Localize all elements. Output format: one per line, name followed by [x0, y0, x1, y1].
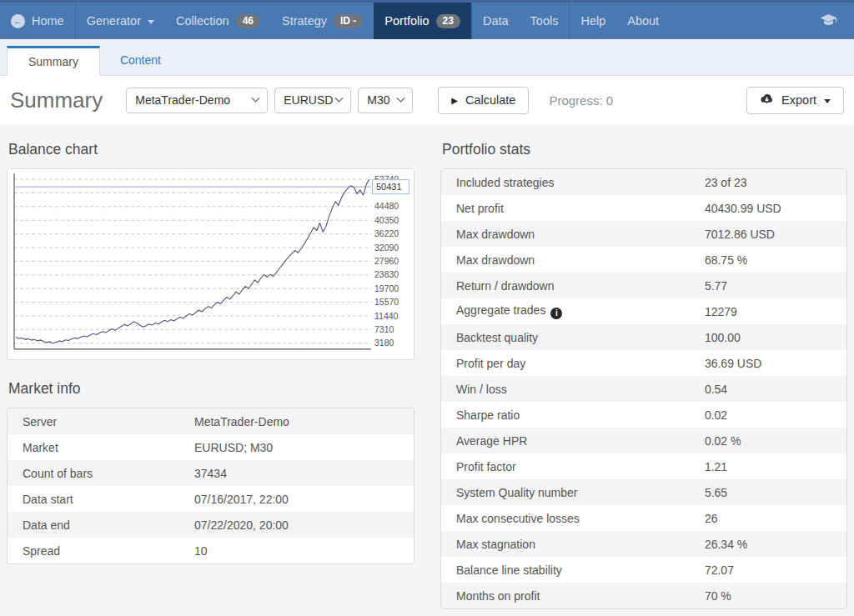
svg-text:15570: 15570 [374, 297, 399, 307]
table-row: Average HPR0.02 % [441, 428, 846, 453]
table-row: ServerMetaTrader-Demo [8, 408, 414, 434]
table-row: System Quality number5.65 [441, 479, 846, 505]
row-label: Data end [8, 512, 194, 538]
nav-item-label: Home [32, 14, 64, 28]
back-circle-icon: ← [11, 14, 25, 28]
svg-text:44480: 44480 [374, 201, 399, 211]
nav-item-help[interactable]: Help [570, 3, 616, 39]
row-value: 0.02 % [705, 428, 846, 453]
row-label: Max consecutive losses [441, 505, 705, 531]
caret-down-icon [824, 99, 831, 103]
nav-item-collection[interactable]: Collection46 [165, 3, 271, 39]
row-value: 72.07 [705, 557, 846, 583]
navbar-right [820, 3, 854, 39]
calculate-button[interactable]: ▶ Calculate [438, 87, 529, 114]
market-info-title: Market info [8, 380, 414, 398]
row-value: 07/16/2017, 22:00 [194, 486, 414, 512]
table-row: Spread10 [8, 538, 414, 563]
row-label: Average HPR [441, 428, 705, 453]
nav-item-label: Collection [176, 14, 229, 28]
row-value: 07/22/2020, 20:00 [194, 512, 414, 538]
table-row: Profit factor1.21 [441, 453, 846, 479]
table-row: Balance line stability72.07 [441, 557, 846, 583]
row-label: Net profit [441, 195, 705, 221]
row-label: Spread [8, 538, 194, 563]
balance-chart: 5274044480403503622032090279602383019700… [7, 168, 414, 360]
nav-badge: 23 [436, 14, 460, 28]
symbol-select-value: EURUSD [284, 93, 333, 107]
row-label: Balance line stability [441, 557, 705, 583]
row-value: 37434 [194, 460, 414, 486]
calculate-button-label: Calculate [465, 93, 515, 107]
row-label: Profit factor [441, 453, 705, 479]
nav-item-about[interactable]: About [616, 3, 670, 39]
tab-strip: Summary Content [0, 39, 854, 76]
table-row: Max drawdown7012.86 USD [441, 221, 846, 247]
nav-item-home[interactable]: ←Home [0, 3, 75, 39]
row-value: 100.00 [705, 324, 846, 350]
main-content: Balance chart 52740444804035036220320902… [0, 124, 854, 609]
export-button-label: Export [781, 93, 816, 107]
nav-item-tools[interactable]: Tools [520, 3, 570, 39]
right-column: Portfolio stats Included strategies23 of… [440, 133, 847, 609]
row-value: EURUSD; M30 [194, 434, 414, 460]
export-button[interactable]: Export [746, 87, 844, 114]
row-label: Backtest quality [441, 324, 705, 350]
symbol-select[interactable]: EURUSD [274, 88, 351, 113]
portfolio-stats-title: Portfolio stats [442, 141, 847, 158]
row-label: Included strategies [441, 169, 705, 195]
svg-text:36220: 36220 [374, 228, 399, 238]
server-select[interactable]: MetaTrader-Demo [126, 88, 268, 113]
row-value: 5.77 [705, 273, 846, 298]
row-value: 36.69 USD [705, 350, 846, 376]
svg-text:3180: 3180 [374, 338, 394, 348]
row-value: 1.21 [705, 453, 846, 479]
period-select[interactable]: M30 [358, 88, 413, 113]
caret-down-icon [148, 20, 154, 24]
chevron-down-icon [252, 93, 260, 102]
period-select-value: M30 [367, 93, 389, 107]
market-info-card: ServerMetaTrader-DemoMarketEURUSD; M30Co… [7, 408, 414, 564]
nav-item-portfolio[interactable]: Portfolio23 [374, 3, 471, 39]
nav-item-strategy[interactable]: StrategyID - [271, 3, 374, 39]
table-row: Profit per day36.69 USD [441, 350, 846, 376]
row-label: Win / loss [441, 376, 705, 402]
row-label: System Quality number [441, 479, 705, 505]
table-row: Max consecutive losses26 [441, 505, 846, 531]
row-label: Sharpe ratio [441, 402, 705, 428]
tab-content[interactable]: Content [100, 45, 181, 75]
table-row: Sharpe ratio0.02 [441, 402, 846, 428]
row-value: 23 of 23 [705, 169, 846, 195]
svg-text:23830: 23830 [374, 269, 399, 279]
row-label: Market [8, 434, 194, 460]
svg-text:27960: 27960 [374, 256, 399, 266]
row-value: 7012.86 USD [705, 221, 846, 247]
row-label: Return / drawdown [441, 273, 705, 298]
nav-badge: 46 [236, 14, 260, 28]
nav-item-generator[interactable]: Generator [76, 3, 165, 39]
tab-summary[interactable]: Summary [7, 46, 100, 76]
row-label: Max drawdown [441, 247, 705, 273]
left-column: Balance chart 52740444804035036220320902… [7, 133, 414, 609]
summary-toolbar: Summary MetaTrader-Demo EURUSD M30 ▶ Cal… [0, 76, 854, 124]
balance-chart-title: Balance chart [8, 141, 414, 158]
row-value: 68.75 % [705, 247, 846, 273]
row-value: 26 [705, 505, 846, 531]
nav-item-label: Portfolio [384, 14, 429, 28]
info-icon[interactable]: i [550, 308, 562, 319]
nav-item-label: About [627, 14, 659, 28]
nav-item-label: Tools [530, 14, 559, 28]
svg-text:7310: 7310 [374, 324, 394, 334]
tab-summary-label: Summary [28, 55, 78, 68]
row-label: Profit per day [441, 350, 705, 376]
svg-text:19700: 19700 [374, 283, 399, 293]
nav-item-data[interactable]: Data [472, 3, 520, 39]
graduation-cap-icon[interactable] [820, 13, 837, 29]
nav-badge: ID - [334, 14, 363, 28]
row-value: 26.34 % [705, 531, 846, 557]
row-label: Max stagnation [441, 531, 705, 557]
svg-text:11440: 11440 [374, 311, 399, 321]
portfolio-stats-card: Included strategies23 of 23Net profit404… [440, 168, 847, 609]
chevron-down-icon [397, 93, 405, 102]
server-select-value: MetaTrader-Demo [135, 93, 230, 107]
